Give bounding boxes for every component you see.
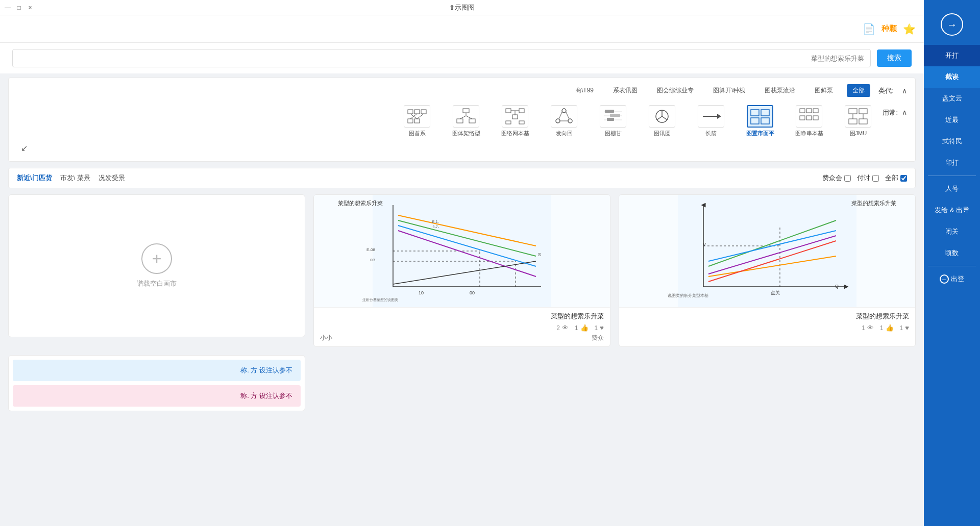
expand-button[interactable]: ∧ [902, 108, 907, 116]
window-close-button[interactable]: × [27, 4, 34, 11]
sidebar-item-share[interactable]: 发给 & 出导 [924, 199, 980, 221]
svg-line-31 [559, 112, 562, 119]
chart-icon-relations-label: 图首系 [409, 130, 426, 137]
chart-icon-relations[interactable]: 图首系 [397, 105, 437, 137]
arrow-right-icon: → [947, 19, 957, 31]
sort-latest[interactable]: 新近\门匹货 [17, 173, 52, 183]
svg-line-20 [662, 116, 667, 120]
card-2-likes: ♥ 1 [595, 324, 604, 332]
sidebar-item-recent[interactable]: 近最 [924, 109, 980, 131]
sidebar-item-save[interactable]: 截诶 [924, 66, 980, 88]
svg-text:菜型的想索乐升菜: 菜型的想索乐升菜 [338, 200, 383, 206]
cat-tag-flow[interactable]: 图栈泵流沿 [759, 84, 801, 97]
used-label: :用常 [883, 108, 898, 117]
cat-tag-t99[interactable]: 商\T99 [570, 84, 599, 97]
card-2-status: 费众 [592, 334, 604, 342]
chart-icon-flat-label: 图置市面平 [746, 130, 774, 137]
card-1-image: 菜型的想索乐升菜 [619, 195, 915, 307]
card-2[interactable]: 菜型的想索乐升菜 [313, 194, 610, 347]
svg-text:V: V [703, 242, 706, 247]
chart-icon-serial-label: 图睁串本基 [795, 130, 823, 137]
thumb-icon: 👍 [886, 324, 894, 332]
chart-icon-topology[interactable]: 发向回 [544, 105, 584, 137]
sort-relevant[interactable]: 况发受景 [99, 173, 125, 183]
sidebar-item-close[interactable]: 闭关 [924, 221, 980, 242]
chart-icon-uml-label: 图JMU [850, 130, 867, 137]
sidebar-item-logout[interactable]: 出登 – [924, 268, 980, 290]
plus-circle: + [141, 243, 172, 274]
svg-rect-51 [414, 119, 420, 123]
checkbox-all[interactable]: 全部 [885, 173, 907, 183]
chart-icon-arrow-label: 长箭 [705, 130, 717, 137]
svg-rect-11 [813, 116, 818, 120]
card-1-stats: ♥ 1 👍 1 👁 1 [625, 324, 909, 332]
cat-tag-news[interactable]: 系表讯图 [607, 84, 643, 97]
search-button[interactable]: 搜索 [877, 49, 912, 67]
svg-rect-26 [610, 114, 620, 117]
chart-icon-circle[interactable]: 图讯圆 [642, 105, 682, 137]
card-1-likes: ♥ 1 [900, 324, 909, 332]
sidebar-item-folk[interactable]: 式符民 [924, 131, 980, 152]
sort-options: 况发受景 市发\ 菜景 新近\门匹货 [17, 173, 125, 183]
svg-line-32 [566, 112, 569, 119]
chart-icon-gantt[interactable]: 图栅甘 [593, 105, 633, 137]
sort-checkboxes: 全部 付讨 费众会 [822, 173, 907, 183]
window-controls: × □ — [4, 4, 34, 11]
chart-icon-arrow[interactable]: 长箭 [691, 105, 731, 137]
sort-hot[interactable]: 市发\ 菜景 [60, 173, 90, 183]
chart-icon-circle-box [649, 105, 675, 128]
chart-icon-serial[interactable]: 图睁串本基 [789, 105, 829, 137]
expand-area: ↙ [17, 141, 907, 155]
app-header: ⭐ 种颗 📄 [0, 15, 924, 43]
chart-icon-tree-label: 图体架络型 [452, 130, 480, 137]
cat-tag-algo[interactable]: 图算开\种栈 [707, 84, 751, 97]
chart-icon-gantt-box [600, 105, 626, 128]
svg-text:-9-7: -9-7 [433, 225, 439, 229]
cat-tag-fresh[interactable]: 图鲜泵 [809, 84, 839, 97]
checkbox-free[interactable]: 费众会 [822, 173, 851, 183]
eye-icon: 👁 [867, 324, 874, 332]
sidebar-item-open[interactable]: 开打 [924, 45, 980, 66]
checkbox-vip[interactable]: 付讨 [857, 173, 879, 183]
main-area: × □ — 示图图⇧ ⭐ 种颗 📄 搜索 ∧ :类代 全部 图鲜泵 图栈泵流沿 … [0, 0, 924, 526]
svg-rect-2 [849, 119, 857, 124]
svg-text:菜型的想索乐升菜: 菜型的想索乐升菜 [851, 200, 896, 206]
chart-icon-network[interactable]: 图络网本基 [495, 105, 535, 137]
sidebar-item-cloud[interactable]: 盘文云 [924, 88, 980, 109]
card-2-views: 👁 2 [556, 324, 569, 332]
sidebar-item-person[interactable]: 人号 [924, 178, 980, 199]
svg-rect-1 [859, 109, 867, 114]
window-minimize-button[interactable]: — [4, 4, 11, 11]
sidebar-item-print[interactable]: 印打 [924, 152, 980, 173]
search-input[interactable] [12, 49, 871, 67]
svg-text:注析分基菜型的说图类: 注析分基菜型的说图类 [362, 298, 398, 302]
svg-rect-9 [800, 116, 805, 120]
svg-rect-14 [751, 118, 759, 124]
sidebar-item-newfile[interactable]: 顷数 [924, 242, 980, 264]
expand-collapse-button[interactable]: ↙ [21, 143, 28, 153]
card-empty[interactable]: + 谱载空白画市 [8, 194, 305, 337]
card-list: 称. 方 设注认参不 称. 方 设注认参不 [8, 355, 305, 411]
svg-text:说图类的析分菜型本基: 说图类的析分菜型本基 [668, 293, 708, 298]
window-maximize-button[interactable]: □ [15, 4, 22, 11]
sidebar-arrow-button[interactable]: → [941, 13, 963, 36]
svg-rect-49 [421, 110, 426, 114]
svg-rect-70 [373, 195, 551, 307]
chart-icon-flat[interactable]: 图置市面平 [740, 105, 780, 137]
card-1[interactable]: 菜型的想索乐升菜 [619, 194, 916, 347]
svg-rect-48 [414, 110, 420, 114]
logout-minus-icon: – [940, 274, 949, 284]
svg-line-54 [417, 114, 424, 119]
svg-text:0B: 0B [370, 258, 375, 262]
chart-icon-arrow-box [698, 105, 724, 128]
chart-icon-tree[interactable]: 图体架络型 [446, 105, 486, 137]
cat-tag-all[interactable]: 全部 [847, 84, 870, 97]
eye-icon-2: 👁 [562, 324, 569, 332]
chart-icon-topology-box [551, 105, 577, 128]
chart-icon-flat-box [747, 105, 773, 128]
chart-icon-uml[interactable]: 图JMU [838, 105, 878, 137]
collapse-button[interactable]: ∧ [902, 87, 907, 95]
svg-text:点关: 点关 [771, 290, 780, 295]
cat-tag-combo[interactable]: 图会综综业专 [651, 84, 699, 97]
sidebar-divider-1 [928, 176, 976, 176]
